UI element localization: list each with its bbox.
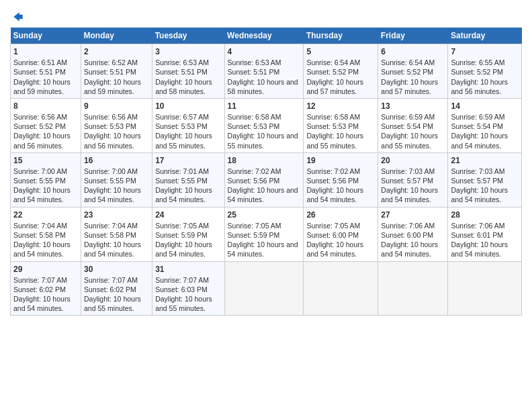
calendar-cell bbox=[304, 261, 378, 316]
calendar-cell: 19Sunrise: 7:02 AMSunset: 5:56 PMDayligh… bbox=[304, 152, 378, 207]
day-number: 5 bbox=[306, 46, 375, 57]
day-number: 28 bbox=[451, 210, 519, 220]
day-number: 15 bbox=[13, 155, 78, 166]
day-number: 27 bbox=[381, 210, 445, 220]
calendar-cell bbox=[448, 261, 522, 316]
day-number: 11 bbox=[228, 101, 301, 111]
calendar-cell: 27Sunrise: 7:06 AMSunset: 6:00 PMDayligh… bbox=[378, 207, 448, 261]
calendar-table: SundayMondayTuesdayWednesdayThursdayFrid… bbox=[10, 28, 522, 316]
day-number: 9 bbox=[84, 101, 149, 111]
calendar-cell: 13Sunrise: 6:59 AMSunset: 5:54 PMDayligh… bbox=[378, 98, 448, 152]
day-number: 12 bbox=[306, 101, 375, 111]
calendar-cell: 2Sunrise: 6:52 AMSunset: 5:51 PMDaylight… bbox=[81, 44, 152, 99]
calendar-cell: 20Sunrise: 7:03 AMSunset: 5:57 PMDayligh… bbox=[378, 152, 448, 207]
calendar-cell: 26Sunrise: 7:05 AMSunset: 6:00 PMDayligh… bbox=[304, 207, 378, 261]
calendar-cell: 22Sunrise: 7:04 AMSunset: 5:58 PMDayligh… bbox=[11, 207, 81, 261]
calendar-cell: 21Sunrise: 7:03 AMSunset: 5:57 PMDayligh… bbox=[448, 152, 522, 207]
day-number: 19 bbox=[306, 155, 375, 166]
calendar-cell: 11Sunrise: 6:58 AMSunset: 5:53 PMDayligh… bbox=[224, 98, 304, 152]
calendar-cell: 10Sunrise: 6:57 AMSunset: 5:53 PMDayligh… bbox=[152, 98, 224, 152]
calendar-cell: 25Sunrise: 7:05 AMSunset: 5:59 PMDayligh… bbox=[224, 207, 304, 261]
day-number: 17 bbox=[155, 155, 221, 166]
day-number: 22 bbox=[13, 210, 78, 220]
day-number: 21 bbox=[451, 155, 519, 166]
col-header-saturday: Saturday bbox=[448, 28, 522, 44]
calendar-cell: 3Sunrise: 6:53 AMSunset: 5:51 PMDaylight… bbox=[152, 44, 224, 99]
calendar-week-row: 1Sunrise: 6:51 AMSunset: 5:51 PMDaylight… bbox=[11, 44, 522, 99]
day-number: 23 bbox=[84, 210, 149, 220]
calendar-cell: 17Sunrise: 7:01 AMSunset: 5:55 PMDayligh… bbox=[152, 152, 224, 207]
calendar-cell bbox=[224, 261, 304, 316]
calendar-week-row: 15Sunrise: 7:00 AMSunset: 5:55 PMDayligh… bbox=[11, 152, 522, 207]
calendar-cell: 24Sunrise: 7:05 AMSunset: 5:59 PMDayligh… bbox=[152, 207, 224, 261]
calendar-cell: 15Sunrise: 7:00 AMSunset: 5:55 PMDayligh… bbox=[11, 152, 81, 207]
calendar-cell: 6Sunrise: 6:54 AMSunset: 5:52 PMDaylight… bbox=[378, 44, 448, 99]
day-number: 25 bbox=[228, 210, 301, 220]
col-header-monday: Monday bbox=[81, 28, 152, 44]
day-number: 26 bbox=[306, 210, 375, 220]
day-number: 29 bbox=[13, 264, 78, 275]
calendar-cell: 12Sunrise: 6:58 AMSunset: 5:53 PMDayligh… bbox=[304, 98, 378, 152]
calendar-cell: 31Sunrise: 7:07 AMSunset: 6:03 PMDayligh… bbox=[152, 261, 224, 316]
calendar-cell: 8Sunrise: 6:56 AMSunset: 5:52 PMDaylight… bbox=[11, 98, 81, 152]
day-number: 16 bbox=[84, 155, 149, 166]
calendar-cell: 18Sunrise: 7:02 AMSunset: 5:56 PMDayligh… bbox=[224, 152, 304, 207]
day-number: 31 bbox=[155, 264, 221, 275]
col-header-thursday: Thursday bbox=[304, 28, 378, 44]
col-header-friday: Friday bbox=[378, 28, 448, 44]
day-number: 10 bbox=[155, 101, 221, 111]
calendar-cell: 28Sunrise: 7:06 AMSunset: 6:01 PMDayligh… bbox=[448, 207, 522, 261]
day-number: 24 bbox=[155, 210, 221, 220]
day-number: 7 bbox=[451, 46, 519, 57]
calendar-cell: 5Sunrise: 6:54 AMSunset: 5:52 PMDaylight… bbox=[304, 44, 378, 99]
calendar-cell bbox=[378, 261, 448, 316]
calendar-header-row: SundayMondayTuesdayWednesdayThursdayFrid… bbox=[11, 28, 522, 44]
calendar-cell: 1Sunrise: 6:51 AMSunset: 5:51 PMDaylight… bbox=[11, 44, 81, 99]
day-number: 3 bbox=[155, 46, 221, 57]
col-header-tuesday: Tuesday bbox=[152, 28, 224, 44]
calendar-week-row: 22Sunrise: 7:04 AMSunset: 5:58 PMDayligh… bbox=[11, 207, 522, 261]
day-number: 1 bbox=[13, 46, 78, 57]
day-number: 20 bbox=[381, 155, 445, 166]
col-header-wednesday: Wednesday bbox=[224, 28, 304, 44]
day-number: 6 bbox=[381, 46, 445, 57]
calendar-cell: 23Sunrise: 7:04 AMSunset: 5:58 PMDayligh… bbox=[81, 207, 152, 261]
day-number: 13 bbox=[381, 101, 445, 111]
logo bbox=[10, 10, 25, 22]
calendar-cell: 4Sunrise: 6:53 AMSunset: 5:51 PMDaylight… bbox=[224, 44, 304, 99]
day-number: 18 bbox=[228, 155, 301, 166]
page-container: SundayMondayTuesdayWednesdayThursdayFrid… bbox=[0, 0, 532, 322]
header bbox=[10, 7, 522, 22]
calendar-cell: 7Sunrise: 6:55 AMSunset: 5:52 PMDaylight… bbox=[448, 44, 522, 99]
calendar-cell: 30Sunrise: 7:07 AMSunset: 6:02 PMDayligh… bbox=[81, 261, 152, 316]
col-header-sunday: Sunday bbox=[11, 28, 81, 44]
day-number: 14 bbox=[451, 101, 519, 111]
calendar-cell: 16Sunrise: 7:00 AMSunset: 5:55 PMDayligh… bbox=[81, 152, 152, 207]
logo-icon bbox=[11, 10, 25, 24]
day-number: 30 bbox=[84, 264, 149, 275]
day-number: 4 bbox=[228, 46, 301, 57]
day-number: 2 bbox=[84, 46, 149, 57]
calendar-week-row: 29Sunrise: 7:07 AMSunset: 6:02 PMDayligh… bbox=[11, 261, 522, 316]
day-number: 8 bbox=[13, 101, 78, 111]
calendar-week-row: 8Sunrise: 6:56 AMSunset: 5:52 PMDaylight… bbox=[11, 98, 522, 152]
calendar-cell: 29Sunrise: 7:07 AMSunset: 6:02 PMDayligh… bbox=[11, 261, 81, 316]
calendar-cell: 14Sunrise: 6:59 AMSunset: 5:54 PMDayligh… bbox=[448, 98, 522, 152]
calendar-cell: 9Sunrise: 6:56 AMSunset: 5:53 PMDaylight… bbox=[81, 98, 152, 152]
